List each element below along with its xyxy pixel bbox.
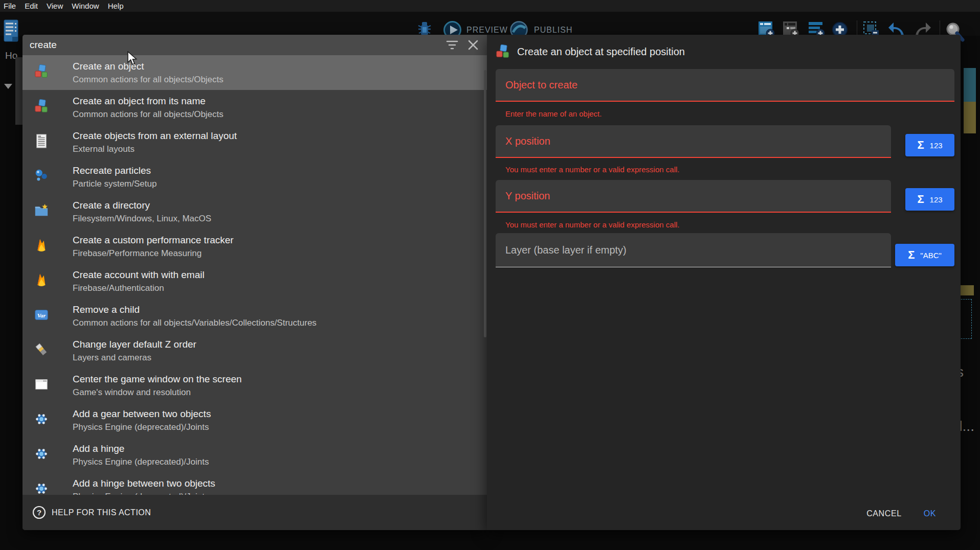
- gdevelop-window: File Edit View Window Help PREVIEW PUBLI…: [0, 0, 980, 550]
- action-list-item[interactable]: Add a hingePhysics Engine (deprecated)/J…: [23, 438, 487, 472]
- action-list-item[interactable]: Create an object from its nameCommon act…: [23, 90, 487, 125]
- menu-bar: File Edit View Window Help: [0, 0, 980, 12]
- x-expression-button[interactable]: Σ 123: [905, 134, 954, 156]
- action-list-item[interactable]: Create a custom performance trackerFireb…: [23, 229, 487, 264]
- action-title: Center the game window on the screen: [73, 372, 242, 386]
- physics-gear-icon: [34, 411, 49, 427]
- background-olive-block: [964, 102, 976, 133]
- action-path: Physics Engine (deprecated)/Joints: [73, 455, 209, 468]
- y-position-field[interactable]: Y position: [496, 180, 891, 213]
- search-bar: create: [23, 35, 487, 55]
- action-title: Create an object: [73, 59, 224, 73]
- action-title: Recreate particles: [73, 164, 157, 177]
- expression-type-label: "ABC": [920, 251, 942, 260]
- menu-window[interactable]: Window: [72, 2, 99, 10]
- y-error-text: You must enter a number or a valid expre…: [505, 220, 679, 229]
- particles-icon: [34, 168, 49, 184]
- svg-text:?: ?: [37, 508, 41, 517]
- action-list-item[interactable]: Remove a childCommon actions for all obj…: [23, 299, 487, 333]
- action-path: Common actions for all objects/Variables…: [73, 316, 317, 329]
- action-path: Layers and cameras: [73, 351, 196, 364]
- help-for-action-button[interactable]: ? HELP FOR THIS ACTION: [23, 495, 487, 530]
- menu-file[interactable]: File: [4, 2, 16, 10]
- x-position-field[interactable]: X position: [496, 125, 891, 158]
- physics-gear-icon: [34, 481, 49, 495]
- action-title: Create account with with email: [73, 268, 205, 282]
- background-teal-block: [964, 68, 976, 102]
- help-circle-icon: ?: [32, 506, 46, 519]
- action-path: Physics Engine (deprecated)/Joints: [73, 490, 215, 495]
- layer-field[interactable]: Layer (base layer if empty): [496, 233, 891, 267]
- action-list-item[interactable]: Center the game window on the screenGame…: [23, 368, 487, 403]
- close-icon[interactable]: [467, 39, 479, 51]
- expression-type-label: 123: [930, 141, 943, 150]
- action-list-item[interactable]: Create a directoryFilesystem/Windows, Li…: [23, 194, 487, 229]
- sigma-icon: Σ: [917, 140, 924, 151]
- menu-help[interactable]: Help: [108, 2, 124, 10]
- preview-label[interactable]: PREVIEW: [466, 26, 508, 35]
- action-list-item[interactable]: Add a gear between two objectsPhysics En…: [23, 403, 487, 438]
- search-input[interactable]: create: [30, 39, 57, 51]
- action-title: Create a custom performance tracker: [73, 233, 234, 247]
- object-helper-text: Enter the name of an object.: [505, 109, 602, 118]
- layer-expression-button[interactable]: Σ "ABC": [895, 244, 954, 266]
- project-manager-icon[interactable]: [4, 18, 19, 43]
- field-label: Y position: [505, 190, 550, 202]
- action-title: Add a hinge between two objects: [73, 476, 215, 490]
- variable-badge-icon: [34, 307, 49, 323]
- action-list-item[interactable]: Add a hinge between two objectsPhysics E…: [23, 472, 487, 495]
- filter-icon[interactable]: [445, 39, 459, 51]
- mouse-cursor: [127, 51, 138, 66]
- action-list-item[interactable]: Create objects from an external layoutEx…: [23, 125, 487, 159]
- ok-button[interactable]: OK: [924, 509, 936, 518]
- action-path: Filesystem/Windows, Linux, MacOS: [73, 212, 211, 225]
- action-title: Create a directory: [73, 198, 211, 212]
- menu-edit[interactable]: Edit: [25, 2, 38, 10]
- objects-cubes-icon: [34, 64, 49, 79]
- action-path: Common actions for all objects/Objects: [73, 73, 224, 86]
- action-path: Firebase/Authentication: [73, 282, 205, 294]
- cancel-button[interactable]: CANCEL: [866, 509, 902, 518]
- action-path: Firebase/Performance Measuring: [73, 247, 234, 260]
- physics-gear-icon: [34, 446, 49, 462]
- firebase-flame-icon: [34, 272, 49, 288]
- sigma-icon: Σ: [908, 249, 915, 261]
- background-panel-edge: [15, 57, 23, 125]
- publish-label[interactable]: PUBLISH: [534, 26, 572, 35]
- action-search-panel: create Create an objectCommon actions fo…: [23, 35, 487, 530]
- sigma-icon: Σ: [917, 194, 924, 205]
- action-list-item[interactable]: Create an objectCommon actions for all o…: [23, 55, 487, 90]
- action-list: Create an objectCommon actions for all o…: [23, 55, 487, 495]
- action-path: Physics Engine (deprecated)/Joints: [73, 421, 211, 433]
- folder-star-icon: [34, 203, 49, 218]
- game-window-icon: [34, 377, 49, 392]
- page-title: Create an object at specified position: [517, 46, 685, 58]
- menu-view[interactable]: View: [47, 2, 63, 10]
- field-label: Object to create: [505, 79, 577, 91]
- y-expression-button[interactable]: Σ 123: [905, 188, 954, 211]
- action-title: Create an object from its name: [73, 94, 224, 108]
- external-layout-icon: [34, 133, 49, 149]
- action-title: Create objects from an external layout: [73, 129, 237, 143]
- objects-cubes-icon: [34, 99, 49, 114]
- background-olive-block: [959, 285, 974, 295]
- help-label: HELP FOR THIS ACTION: [52, 508, 151, 517]
- action-list-item[interactable]: Create account with with emailFirebase/A…: [23, 264, 487, 299]
- action-path: Common actions for all objects/Objects: [73, 108, 224, 121]
- action-title: Remove a child: [73, 303, 317, 316]
- chevron-down-icon[interactable]: [4, 84, 12, 89]
- x-error-text: You must enter a number or a valid expre…: [505, 165, 679, 174]
- layer-eraser-icon: [34, 342, 49, 357]
- action-path: Game's window and resolution: [73, 386, 242, 399]
- field-label: Layer (base layer if empty): [505, 244, 627, 256]
- firebase-flame-icon: [34, 238, 49, 253]
- expression-type-label: 123: [930, 195, 943, 204]
- action-path: External layouts: [73, 143, 237, 155]
- action-list-item[interactable]: Recreate particlesParticle system/Setup: [23, 159, 487, 194]
- list-scrollbar[interactable]: [484, 70, 486, 337]
- action-title: Change layer default Z order: [73, 337, 196, 351]
- object-to-create-field[interactable]: Object to create: [496, 69, 954, 102]
- action-path: Particle system/Setup: [73, 177, 157, 190]
- field-label: X position: [505, 135, 550, 147]
- action-list-item[interactable]: Change layer default Z orderLayers and c…: [23, 333, 487, 368]
